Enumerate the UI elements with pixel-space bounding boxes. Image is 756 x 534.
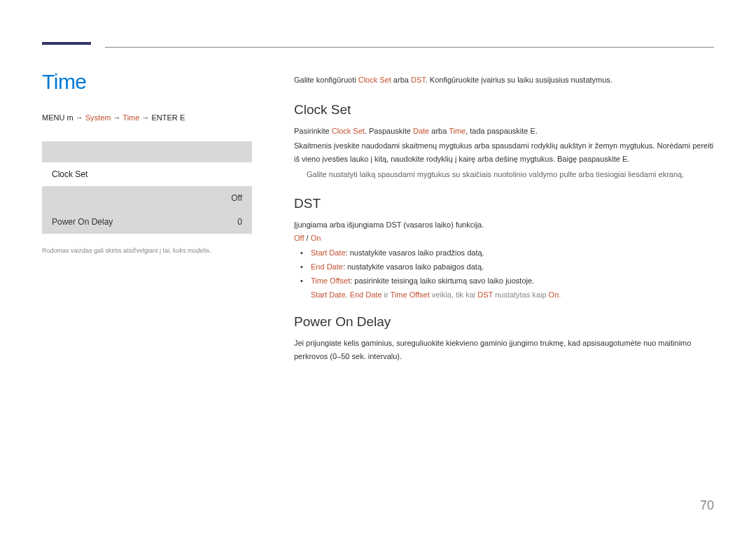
menu-row-value: 0 [237,217,242,227]
fn-start-date: Start Date [311,290,346,299]
bullet-label: Start Date [311,248,346,257]
bullet-text: : nustatykite vasaros laiko pradžios dat… [346,248,484,257]
bullet-text: : pasirinkite teisingą laiko skirtumą sa… [350,276,534,285]
cs-hl-clockset: Clock Set [332,127,365,135]
dst-bullet-end-date: End Date: nustatykite vasaros laiko paba… [304,260,714,274]
header-rule [105,47,714,48]
breadcrumb-menu: MENU [42,113,64,122]
dst-p1: Įjungiama arba išjungiama DST (vasaros l… [294,218,714,232]
clock-set-heading: Clock Set [294,102,714,118]
dst-footer-note: Start Date, End Date ir Time Offset veik… [294,290,714,299]
menu-preview: Clock Set Off Power On Delay 0 [42,141,252,234]
menu-row-label: Clock Set [52,169,88,179]
menu-row-value: Off [231,193,242,203]
cs-hl-date: Date [413,127,429,135]
bullet-label: End Date [311,262,343,271]
power-on-delay-heading: Power On Delay [294,314,714,330]
arrow-icon: → [76,113,83,122]
dst-off-label: Off [294,234,304,242]
breadcrumb-enter: ENTER [152,113,178,122]
menu-row-dst: Off [42,186,252,210]
bullet-text: : nustatykite vasaros laiko pabaigos dat… [343,262,484,271]
intro-highlight-dst: DST [411,76,426,84]
fn-text: . [559,290,561,299]
left-column: Time MENU m → System → Time → ENTER E Cl… [42,70,252,379]
right-column: Galite konfigūruoti Clock Set arba DST. … [294,70,714,379]
breadcrumb: MENU m → System → Time → ENTER E [42,113,252,122]
dst-section: DST Įjungiama arba išjungiama DST (vasar… [294,196,714,299]
dst-on-label: On [311,234,321,242]
cs-p2-text: Skaitmenis įveskite naudodami skaitmenų … [294,141,713,163]
dst-sep: / [304,234,310,242]
menu-row-power-on-delay: Power On Delay 0 [42,210,252,234]
page-container: Time MENU m → System → Time → ENTER E Cl… [0,0,756,534]
page-number: 70 [700,498,714,513]
cs-text: . Paspauskite [365,127,413,135]
clock-set-note: Galite nustatyti laiką spausdami mygtuku… [294,168,714,181]
intro-text-3: . Konfigūruokite įvairius su laiku susij… [426,76,612,84]
fn-text: veikia, tik kai [430,290,477,299]
content-wrap: Time MENU m → System → Time → ENTER E Cl… [42,35,714,379]
intro-text-2: arba [391,76,411,84]
dst-bullet-start-date: Start Date: nustatykite vasaros laiko pr… [304,246,714,260]
page-title: Time [42,70,252,94]
cs-enter-icon: E [531,127,536,135]
cs-hl-time: Time [449,127,465,135]
dst-bullet-list: Start Date: nustatykite vasaros laiko pr… [294,246,714,288]
cs-text: Pasirinkite [294,127,332,135]
breadcrumb-time: Time [122,113,139,122]
header-accent-bar [42,42,91,45]
enter-icon: E [180,113,185,122]
cs-p2-end: E. [622,155,629,163]
intro-paragraph: Galite konfigūruoti Clock Set arba DST. … [294,74,714,87]
fn-dst: DST [477,290,493,299]
clock-set-p2: Skaitmenis įveskite naudodami skaitmenų … [294,139,714,165]
menu-preview-header-space [42,141,252,162]
breadcrumb-system: System [85,113,111,122]
dst-heading: DST [294,196,714,211]
power-on-delay-p1: Jei prijungiate kelis gaminius, sureguli… [294,337,714,363]
fn-text: ir [382,290,391,299]
fn-on: On [549,290,559,299]
cs-text: arba [429,127,449,135]
bullet-label: Time Offset [311,276,350,285]
power-on-delay-section: Power On Delay Jei prijungiate kelis gam… [294,314,714,363]
cs-text: . [536,127,538,135]
intro-text-1: Galite konfigūruoti [294,76,358,84]
fn-end-date: End Date [350,290,382,299]
fn-text: nustatytas kaip [493,290,549,299]
clock-set-p1: Pasirinkite Clock Set. Paspauskite Date … [294,125,714,138]
clock-set-section: Clock Set Pasirinkite Clock Set. Paspaus… [294,102,714,181]
menu-row-clock-set: Clock Set [42,162,252,186]
dst-off-on: Off / On [294,234,714,242]
menu-icon: m [66,113,73,122]
menu-row-label: Power On Delay [52,217,113,227]
intro-highlight-clockset: Clock Set [358,76,391,84]
cs-text: , tada paspauskite [465,127,530,135]
fn-time-offset: Time Offset [391,290,430,299]
arrow-icon: → [113,113,121,122]
dst-bullet-time-offset: Time Offset: pasirinkite teisingą laiko … [304,274,714,288]
arrow-icon: → [141,113,149,122]
disclaimer-text: Rodomas vaizdas gali skirtis atsižvelgia… [42,246,252,255]
